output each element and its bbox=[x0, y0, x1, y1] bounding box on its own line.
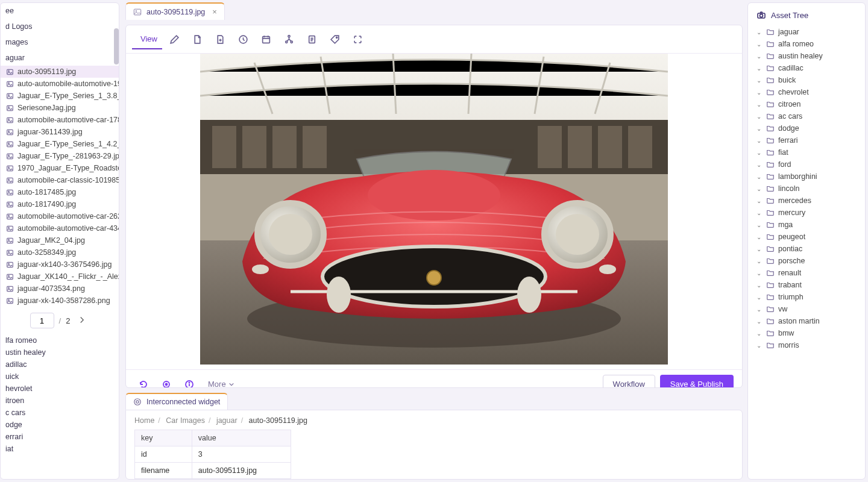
tree-folder-row[interactable]: ⌄ford bbox=[748, 158, 865, 171]
preview-image bbox=[200, 54, 668, 365]
tree-folder-row[interactable]: ⌄mercury bbox=[748, 207, 865, 219]
file-item[interactable]: Jaguar_MK2_04.jpg bbox=[1, 234, 119, 246]
file-item[interactable]: 1970_Jaguar_E-Type_Roadster_4.2... bbox=[1, 162, 119, 174]
tree-folder-row[interactable]: ⌄buick bbox=[748, 74, 865, 86]
tree-folder[interactable]: itroen bbox=[1, 395, 119, 407]
tree-section[interactable]: mages bbox=[1, 34, 119, 50]
widget-panel: Interconnected widget Home/ Car Images/ … bbox=[125, 393, 743, 480]
document-icon[interactable] bbox=[187, 29, 208, 49]
close-tab-button[interactable]: × bbox=[212, 7, 217, 16]
tree-folder[interactable]: lfa romeo bbox=[1, 334, 119, 346]
tree-section[interactable]: d Logos bbox=[1, 19, 119, 34]
file-item[interactable]: auto-automobile-automotive-192... bbox=[1, 78, 119, 90]
file-item[interactable]: Jaguar_E-Type_Series_1_4.2_Litre_... bbox=[1, 138, 119, 150]
chevron-down-icon: ⌄ bbox=[756, 294, 763, 301]
document-add-icon[interactable] bbox=[210, 29, 231, 49]
tree-folder-row[interactable]: ⌄porsche bbox=[748, 255, 865, 267]
cell-value: 3 bbox=[192, 446, 291, 463]
tree-folder-row[interactable]: ⌄triumph bbox=[748, 291, 865, 303]
chevron-down-icon: ⌄ bbox=[756, 29, 763, 36]
tree-folder-row[interactable]: ⌄peugeot bbox=[748, 231, 865, 243]
tree-folder-row[interactable]: ⌄ferrari bbox=[748, 134, 865, 146]
tree-folder-row[interactable]: ⌄austin healey bbox=[748, 50, 865, 62]
pager: / 2 bbox=[1, 307, 119, 334]
tree-folder-row[interactable]: ⌄alfa romeo bbox=[748, 38, 865, 50]
tree-folder-row[interactable]: ⌄citroen bbox=[748, 98, 865, 110]
file-item[interactable]: jaguar-4073534.png bbox=[1, 283, 119, 295]
file-item[interactable]: jaguar-xk-140-3587286.png bbox=[1, 295, 119, 307]
pager-next-button[interactable] bbox=[75, 315, 89, 327]
tree-folder[interactable]: iat bbox=[1, 443, 119, 455]
tree-folder[interactable]: c cars bbox=[1, 407, 119, 419]
refresh-icon[interactable] bbox=[134, 375, 153, 389]
scrollbar-thumb[interactable] bbox=[114, 28, 119, 64]
widget-tab[interactable]: Interconnected widget bbox=[125, 393, 228, 410]
view-tab[interactable]: View bbox=[132, 29, 162, 49]
info-icon[interactable] bbox=[180, 375, 198, 389]
tree-folder[interactable]: uick bbox=[1, 371, 119, 383]
tree-folder-row[interactable]: ⌄ac cars bbox=[748, 110, 865, 122]
tree-folder-row[interactable]: ⌄dodge bbox=[748, 122, 865, 134]
expand-icon[interactable] bbox=[348, 29, 368, 49]
tree-folder-row[interactable]: ⌄jaguar bbox=[748, 26, 865, 38]
main-content: auto-3095119.jpg × View bbox=[125, 2, 743, 480]
tree-folder-row[interactable]: ⌄morris bbox=[748, 339, 865, 351]
tree-folder-row[interactable]: ⌄bmw bbox=[748, 327, 865, 339]
save-publish-button[interactable]: Save & Publish bbox=[660, 375, 734, 388]
tree-folder-row[interactable]: ⌄chevrolet bbox=[748, 86, 865, 98]
file-item[interactable]: auto-1817485.jpg bbox=[1, 186, 119, 198]
notes-icon[interactable] bbox=[302, 29, 322, 49]
tree-folder-row[interactable]: ⌄pontiac bbox=[748, 243, 865, 255]
tree-folder-row[interactable]: ⌄vw bbox=[748, 303, 865, 315]
tree-folder-row[interactable]: ⌄mga bbox=[748, 219, 865, 231]
file-item[interactable]: jaguar-xk140-3-3675496.jpg bbox=[1, 258, 119, 271]
tree-folder-row[interactable]: ⌄renault bbox=[748, 267, 865, 279]
tree-folder[interactable]: odge bbox=[1, 419, 119, 431]
file-item[interactable]: Jaguar_E-Type_-281963-29.jpg bbox=[1, 150, 119, 162]
tree-folder[interactable]: errari bbox=[1, 431, 119, 443]
file-item[interactable]: automobile-automotive-car-1784... bbox=[1, 114, 119, 126]
tree-folder-row[interactable]: ⌄fiat bbox=[748, 146, 865, 158]
chevron-down-icon: ⌄ bbox=[756, 330, 763, 337]
tag-icon[interactable] bbox=[325, 29, 345, 49]
file-item[interactable]: SeriesoneJag.jpg bbox=[1, 102, 119, 114]
editor-tab[interactable]: auto-3095119.jpg × bbox=[125, 2, 225, 20]
tree-folder-row[interactable]: ⌄cadillac bbox=[748, 62, 865, 74]
tree-folder[interactable]: adillac bbox=[1, 358, 119, 371]
svg-rect-40 bbox=[134, 9, 140, 15]
file-item[interactable]: Jaguar_XK140_-_Flickr_-_Alexandr... bbox=[1, 271, 119, 283]
file-item[interactable]: automobile-car-classic-101985.jpg bbox=[1, 174, 119, 186]
edit-icon[interactable] bbox=[165, 29, 185, 49]
schedule-icon[interactable] bbox=[256, 29, 277, 49]
file-item[interactable]: automobile-automotive-car-2620... bbox=[1, 210, 119, 222]
pager-input[interactable] bbox=[30, 313, 54, 328]
tree-folder-row[interactable]: ⌄trabant bbox=[748, 279, 865, 291]
file-item[interactable]: auto-1817490.jpg bbox=[1, 198, 119, 210]
tree-folder-row[interactable]: ⌄lincoln bbox=[748, 183, 865, 195]
file-item[interactable]: auto-3095119.jpg bbox=[1, 66, 119, 78]
tree-section[interactable]: aguar bbox=[1, 50, 119, 66]
folder-label: dodge bbox=[778, 124, 799, 133]
tree-folder[interactable]: ustin healey bbox=[1, 346, 119, 358]
history-icon[interactable] bbox=[233, 29, 254, 49]
breadcrumb-item[interactable]: Car Images bbox=[166, 416, 205, 425]
file-item[interactable]: automobile-automotive-car-4344... bbox=[1, 222, 119, 234]
tree-folder-row[interactable]: ⌄aston martin bbox=[748, 315, 865, 327]
target-icon[interactable] bbox=[157, 375, 175, 389]
cell-key: id bbox=[135, 446, 192, 463]
breadcrumb-item[interactable]: Home bbox=[134, 416, 154, 425]
file-name: automobile-automotive-car-1784... bbox=[17, 116, 119, 124]
dependencies-icon[interactable] bbox=[279, 29, 300, 49]
file-item[interactable]: jaguar-3611439.jpg bbox=[1, 126, 119, 138]
image-file-icon bbox=[5, 272, 14, 281]
chevron-down-icon: ⌄ bbox=[756, 65, 763, 72]
breadcrumb-item[interactable]: jaguar bbox=[216, 416, 237, 425]
file-name: automobile-car-classic-101985.jpg bbox=[17, 176, 119, 184]
file-item[interactable]: Jaguar_E-Type_Series_1_3.8_Litre_... bbox=[1, 90, 119, 102]
file-item[interactable]: auto-3258349.jpg bbox=[1, 246, 119, 258]
workflow-button[interactable]: Workflow bbox=[603, 375, 655, 388]
tree-folder-row[interactable]: ⌄lamborghini bbox=[748, 171, 865, 183]
tree-folder[interactable]: hevrolet bbox=[1, 383, 119, 395]
more-dropdown[interactable]: More bbox=[203, 377, 239, 388]
tree-folder-row[interactable]: ⌄mercedes bbox=[748, 195, 865, 207]
